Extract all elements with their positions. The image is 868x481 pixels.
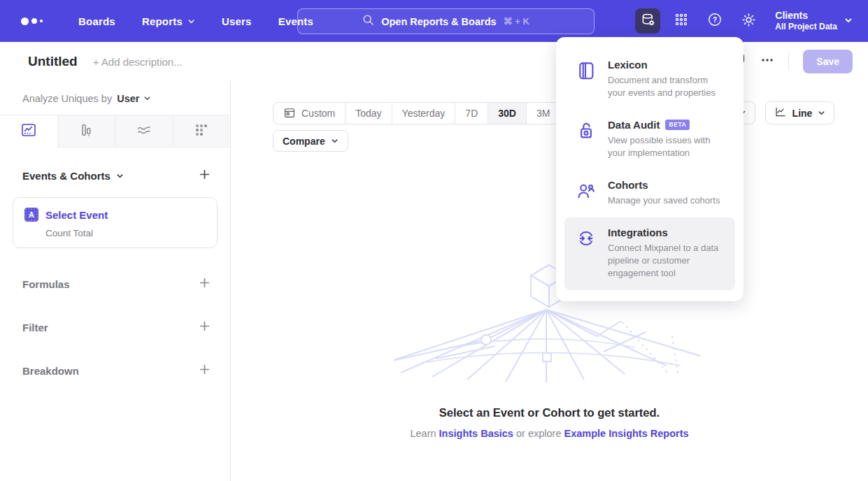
nav-item-label: Users bbox=[222, 15, 252, 27]
events-cohorts-section-header: Events & Cohorts bbox=[0, 168, 230, 183]
range-today[interactable]: Today bbox=[345, 103, 391, 124]
apps-grid-button[interactable] bbox=[669, 8, 694, 34]
grid-icon bbox=[674, 12, 689, 30]
help-icon: ? bbox=[707, 12, 723, 30]
nav-item-label: Reports bbox=[142, 15, 183, 27]
select-event-label[interactable]: Select Event bbox=[45, 209, 108, 221]
range-30d-active[interactable]: 30D bbox=[488, 103, 526, 124]
data-audit-icon bbox=[576, 119, 597, 159]
analyze-uniques-row: Analyze Uniques by User bbox=[0, 81, 230, 115]
report-title[interactable]: Untitled bbox=[28, 54, 78, 69]
menu-item-title: Data Audit BETA bbox=[608, 119, 725, 131]
menu-item-description: View possible issues with your implement… bbox=[608, 134, 725, 159]
chevron-down-icon bbox=[116, 170, 124, 182]
integrations-icon bbox=[576, 227, 597, 280]
menu-item-cohorts[interactable]: Cohorts Manage your saved cohorts bbox=[564, 170, 735, 217]
menu-item-title: Integrations bbox=[608, 227, 725, 238]
data-management-button[interactable] bbox=[635, 8, 660, 34]
search-placeholder: Open Reports & Boards bbox=[381, 16, 496, 27]
filter-label: Filter bbox=[22, 322, 48, 333]
menu-item-title: Cohorts bbox=[608, 179, 720, 191]
tab-line-chart[interactable] bbox=[0, 115, 57, 148]
tab-stacked-chart[interactable] bbox=[115, 115, 173, 147]
plus-icon bbox=[199, 277, 211, 292]
formulas-label: Formulas bbox=[22, 278, 70, 290]
range-label: 30D bbox=[498, 108, 516, 119]
gear-icon bbox=[741, 12, 757, 31]
logo-dot bbox=[31, 18, 37, 24]
logo-dot bbox=[21, 17, 29, 25]
range-label: 7D bbox=[465, 108, 478, 119]
insights-basics-link[interactable]: Insights Basics bbox=[439, 428, 513, 439]
help-button[interactable]: ? bbox=[702, 8, 727, 34]
range-3m[interactable]: 3M bbox=[526, 103, 560, 124]
save-button[interactable]: Save bbox=[803, 50, 853, 73]
project-name: Clients bbox=[775, 10, 837, 22]
nav-item-users[interactable]: Users bbox=[222, 15, 252, 27]
line-chart-icon bbox=[20, 122, 37, 141]
compare-dropdown[interactable]: Compare bbox=[273, 130, 348, 152]
search-icon bbox=[362, 14, 374, 29]
tab-metric-chart[interactable] bbox=[173, 115, 231, 147]
analyze-label: Analyze Uniques by bbox=[22, 93, 112, 104]
global-search-input[interactable]: Open Reports & Boards ⌘ + K bbox=[297, 8, 595, 34]
add-description-field[interactable]: + Add description... bbox=[93, 56, 183, 68]
plus-icon bbox=[199, 168, 211, 183]
plus-icon bbox=[199, 320, 211, 335]
add-event-button[interactable] bbox=[199, 168, 211, 183]
chart-style-dropdown[interactable]: Line bbox=[765, 101, 834, 124]
events-cohorts-label: Events & Cohorts bbox=[22, 170, 111, 182]
menu-item-description: Document and transform your events and p… bbox=[608, 74, 725, 99]
add-formula-button[interactable] bbox=[199, 277, 211, 292]
add-filter-button[interactable] bbox=[199, 320, 211, 335]
chevron-down-icon bbox=[187, 15, 195, 27]
top-navbar: Boards Reports Users Events Open Reports… bbox=[0, 0, 868, 42]
mixpanel-logo[interactable] bbox=[21, 17, 52, 25]
query-sidebar: Analyze Uniques by User bbox=[0, 81, 231, 481]
project-switcher[interactable]: Clients All Project Data bbox=[775, 10, 853, 33]
divider bbox=[788, 52, 789, 71]
empty-state-title: Select an Event or Cohort to get started… bbox=[231, 406, 868, 419]
range-label: Today bbox=[355, 108, 381, 119]
menu-item-description: Manage your saved cohorts bbox=[608, 194, 720, 207]
cohorts-icon bbox=[576, 179, 597, 207]
line-chart-icon bbox=[774, 106, 787, 120]
range-custom[interactable]: Custom bbox=[273, 103, 345, 124]
analyze-value-dropdown[interactable]: User bbox=[117, 93, 151, 104]
example-insights-reports-link[interactable]: Example Insights Reports bbox=[564, 428, 688, 439]
empty-state-text: or explore bbox=[516, 428, 561, 439]
add-breakdown-button[interactable] bbox=[199, 364, 211, 378]
menu-item-data-audit[interactable]: Data Audit BETA View possible issues wit… bbox=[564, 110, 735, 170]
analyze-value: User bbox=[117, 93, 139, 104]
tab-bar-chart[interactable] bbox=[57, 115, 115, 147]
range-label: Custom bbox=[301, 108, 335, 119]
database-gear-icon bbox=[640, 12, 656, 31]
menu-item-integrations[interactable]: Integrations Connect Mixpanel to a data … bbox=[564, 217, 735, 290]
svg-text:?: ? bbox=[713, 16, 717, 24]
nav-item-boards[interactable]: Boards bbox=[78, 15, 115, 27]
nav-item-label: Boards bbox=[78, 15, 115, 27]
breakdown-label: Breakdown bbox=[22, 365, 79, 377]
menu-item-lexicon[interactable]: Lexicon Document and transform your even… bbox=[564, 50, 735, 110]
calendar-icon bbox=[283, 106, 296, 121]
chevron-down-icon bbox=[143, 93, 151, 104]
nav-item-reports[interactable]: Reports bbox=[142, 15, 195, 27]
event-card-select-event[interactable]: A Select Event Count Total bbox=[13, 197, 218, 248]
range-label: 3M bbox=[536, 108, 550, 119]
plus-icon bbox=[199, 364, 211, 378]
range-7d[interactable]: 7D bbox=[455, 103, 488, 124]
formulas-section-header: Formulas bbox=[0, 277, 230, 292]
settings-button[interactable] bbox=[736, 8, 761, 34]
logo-dot bbox=[40, 20, 43, 22]
beta-badge: BETA bbox=[665, 120, 690, 130]
event-series-badge: A bbox=[24, 208, 38, 222]
menu-item-description: Connect Mixpanel to a data pipeline or c… bbox=[608, 242, 725, 280]
count-total-label[interactable]: Count Total bbox=[45, 228, 206, 238]
data-management-menu: Lexicon Document and transform your even… bbox=[556, 37, 744, 301]
events-cohorts-dropdown[interactable]: Events & Cohorts bbox=[22, 170, 124, 182]
more-options-button[interactable] bbox=[760, 53, 774, 70]
empty-state-subtitle: Learn Insights Basics or explore Example… bbox=[231, 428, 868, 439]
range-yesterday[interactable]: Yesterday bbox=[392, 103, 455, 124]
chevron-down-icon bbox=[818, 108, 825, 119]
date-range-control: Custom Today Yesterday 7D 30D 3M 6M bbox=[273, 102, 595, 124]
